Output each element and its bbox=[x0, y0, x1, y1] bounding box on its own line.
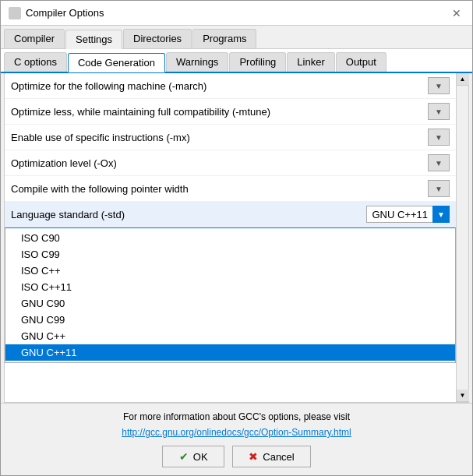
tick-icon: ✔ bbox=[179, 450, 189, 463]
cancel-button-label: Cancel bbox=[263, 451, 294, 463]
option-label-mx: Enable use of specific instructions (-mx… bbox=[11, 132, 428, 143]
tab-directories[interactable]: Directories bbox=[123, 29, 192, 48]
option-row-pointer: Compile with the following pointer width… bbox=[5, 176, 456, 202]
ok-button-label: OK bbox=[193, 451, 208, 463]
sub-tab-coptions[interactable]: C options bbox=[4, 52, 67, 72]
sub-tab-codegeneration[interactable]: Code Generation bbox=[68, 53, 165, 72]
dropdown-item-gnu-c99[interactable]: GNU C99 bbox=[5, 312, 455, 328]
dropdown-item-gnu-cpp11[interactable]: GNU C++11 bbox=[5, 344, 455, 361]
compiler-options-dialog: Compiler Options ✕ Compiler Settings Dir… bbox=[0, 0, 473, 476]
option-row-ox: Optimization level (-Ox) ▼ bbox=[5, 150, 456, 176]
sub-tab-profiling[interactable]: Profiling bbox=[229, 52, 286, 72]
scroll-up-button[interactable]: ▲ bbox=[457, 73, 469, 86]
dropdown-item-iso-cpp11[interactable]: ISO C++11 bbox=[5, 279, 455, 295]
option-row-march: Optimize for the following machine (-mar… bbox=[5, 73, 456, 99]
tab-compiler[interactable]: Compiler bbox=[4, 29, 65, 48]
footer-buttons: ✔ OK ✖ Cancel bbox=[162, 446, 310, 467]
option-label-march: Optimize for the following machine (-mar… bbox=[11, 80, 428, 92]
option-label-pointer: Compile with the following pointer width bbox=[11, 183, 428, 195]
dropdown-item-gnu-cpp[interactable]: GNU C++ bbox=[5, 328, 455, 344]
title-bar-left: Compiler Options bbox=[9, 7, 104, 19]
chevron-down-icon: ▼ bbox=[437, 210, 445, 219]
option-value-btn-std[interactable]: ▼ bbox=[432, 206, 450, 223]
option-row-std: Language standard (-std) GNU C++11 ▼ bbox=[5, 202, 456, 227]
dropdown-item-iso-cpp[interactable]: ISO C++ bbox=[5, 263, 455, 279]
options-list: Optimize for the following machine (-mar… bbox=[5, 73, 456, 363]
title-bar: Compiler Options ✕ bbox=[1, 1, 472, 26]
option-row-mtune: Optimize less, while maintaining full co… bbox=[5, 99, 456, 125]
scroll-down-button[interactable]: ▼ bbox=[457, 390, 469, 402]
ok-button[interactable]: ✔ OK bbox=[162, 446, 224, 467]
option-label-std: Language standard (-std) bbox=[11, 209, 366, 220]
scrollbar[interactable]: ▲ ▼ bbox=[456, 73, 468, 402]
dropdown-item-gnu-c90[interactable]: GNU C90 bbox=[5, 295, 455, 312]
sub-tab-warnings[interactable]: Warnings bbox=[166, 52, 228, 72]
cross-icon: ✖ bbox=[249, 450, 258, 463]
option-dropdown-mx[interactable]: ▼ bbox=[428, 129, 450, 146]
dropdown-item-iso-c99[interactable]: ISO C99 bbox=[5, 246, 455, 263]
option-dropdown-pointer[interactable]: ▼ bbox=[428, 180, 450, 197]
option-dropdown-ox[interactable]: ▼ bbox=[428, 154, 450, 171]
tab-settings[interactable]: Settings bbox=[65, 30, 122, 49]
chevron-down-icon: ▼ bbox=[435, 159, 443, 167]
dropdown-popup-std: ISO C90 ISO C99 ISO C++ ISO C++11 GNU C9… bbox=[5, 227, 456, 363]
footer-info-text: For more information about GCC's options… bbox=[123, 411, 350, 422]
sub-tab-linker[interactable]: Linker bbox=[287, 52, 334, 72]
chevron-down-icon: ▼ bbox=[435, 185, 443, 193]
dialog-title: Compiler Options bbox=[26, 7, 104, 19]
cancel-button[interactable]: ✖ Cancel bbox=[232, 446, 310, 467]
options-list-wrap: Optimize for the following machine (-mar… bbox=[5, 73, 456, 402]
option-dropdown-mtune[interactable]: ▼ bbox=[428, 103, 450, 120]
option-row-mx: Enable use of specific instructions (-mx… bbox=[5, 125, 456, 150]
option-value-std: GNU C++11 bbox=[366, 206, 432, 223]
sub-tabs: C options Code Generation Warnings Profi… bbox=[1, 49, 472, 73]
sub-tab-output[interactable]: Output bbox=[336, 52, 387, 72]
chevron-down-icon: ▼ bbox=[435, 108, 443, 116]
chevron-down-icon: ▼ bbox=[435, 133, 443, 142]
option-label-ox: Optimization level (-Ox) bbox=[11, 157, 428, 169]
option-dropdown-march[interactable]: ▼ bbox=[428, 77, 450, 94]
option-label-mtune: Optimize less, while maintaining full co… bbox=[11, 106, 428, 118]
footer-area: For more information about GCC's options… bbox=[1, 403, 472, 475]
dialog-icon bbox=[9, 7, 21, 19]
dropdown-item-iso-c90[interactable]: ISO C90 bbox=[5, 230, 455, 246]
chevron-down-icon: ▼ bbox=[435, 82, 443, 90]
option-value-container-std: GNU C++11 ▼ bbox=[366, 206, 450, 223]
content-area: Optimize for the following machine (-mar… bbox=[4, 73, 469, 403]
footer-link[interactable]: http://gcc.gnu.org/onlinedocs/gcc/Option… bbox=[122, 427, 351, 438]
options-with-scroll: Optimize for the following machine (-mar… bbox=[5, 73, 468, 402]
close-button[interactable]: ✕ bbox=[449, 5, 464, 21]
menu-tabs: Compiler Settings Directories Programs bbox=[1, 26, 472, 49]
tab-programs[interactable]: Programs bbox=[192, 29, 256, 48]
